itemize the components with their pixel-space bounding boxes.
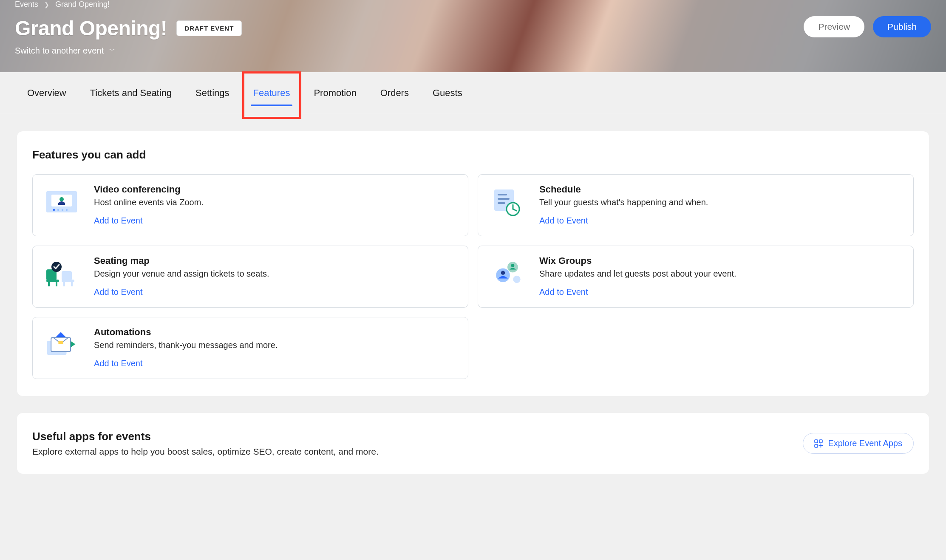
svg-rect-35: [819, 440, 822, 443]
tab-overview[interactable]: Overview: [25, 73, 68, 113]
useful-apps-title: Useful apps for events: [32, 430, 379, 443]
svg-point-23: [507, 262, 518, 272]
feature-desc: Send reminders, thank-you messages and m…: [94, 340, 457, 350]
add-to-event-link[interactable]: Add to Event: [539, 216, 588, 226]
switch-event-dropdown[interactable]: Switch to another event ﹀: [15, 46, 931, 56]
preview-button[interactable]: Preview: [804, 16, 864, 37]
apps-grid-icon: [814, 439, 823, 448]
feature-title: Schedule: [539, 184, 902, 195]
svg-marker-33: [71, 341, 75, 347]
features-panel-title: Features you can add: [32, 148, 914, 161]
status-badge-draft: DRAFT EVENT: [176, 20, 242, 36]
automations-icon: [44, 327, 80, 363]
features-panel: Features you can add: [17, 131, 929, 396]
svg-rect-20: [63, 282, 65, 286]
svg-point-5: [62, 209, 63, 211]
header: Events ❯ Grand Opening! Grand Opening! D…: [0, 0, 946, 72]
tab-tickets-seating[interactable]: Tickets and Seating: [88, 73, 173, 113]
svg-point-3: [53, 209, 55, 211]
useful-apps-panel: Useful apps for events Explore external …: [17, 413, 929, 474]
chevron-down-icon: ﹀: [109, 46, 116, 55]
wix-groups-icon: [489, 255, 526, 292]
schedule-icon: [489, 184, 526, 221]
feature-card-seating-map[interactable]: Seating map Design your venue and assign…: [32, 246, 468, 308]
feature-card-video-conferencing[interactable]: Video conferencing Host online events vi…: [32, 174, 468, 236]
chevron-right-icon: ❯: [44, 1, 49, 8]
svg-point-6: [66, 209, 68, 211]
feature-card-schedule[interactable]: Schedule Tell your guests what's happeni…: [478, 174, 914, 236]
add-to-event-link[interactable]: Add to Event: [94, 216, 143, 226]
svg-rect-32: [58, 341, 63, 344]
breadcrumb-root[interactable]: Events: [15, 0, 38, 9]
feature-card-automations[interactable]: Automations Send reminders, thank-you me…: [32, 317, 468, 379]
video-conferencing-icon: [44, 184, 80, 221]
add-to-event-link[interactable]: Add to Event: [94, 359, 143, 368]
svg-rect-10: [498, 202, 505, 204]
feature-desc: Tell your guests what's happening and wh…: [539, 198, 902, 207]
feature-desc: Share updates and let guests post about …: [539, 269, 902, 279]
svg-rect-16: [48, 282, 50, 286]
svg-rect-17: [56, 282, 57, 286]
tab-promotion[interactable]: Promotion: [312, 73, 358, 113]
feature-title: Video conferencing: [94, 184, 457, 195]
svg-rect-21: [71, 282, 73, 286]
feature-title: Seating map: [94, 255, 457, 266]
useful-apps-desc: Explore external apps to help you boost …: [32, 447, 379, 457]
svg-rect-18: [62, 271, 72, 280]
publish-button[interactable]: Publish: [873, 16, 931, 37]
svg-marker-30: [56, 332, 66, 337]
tab-settings[interactable]: Settings: [194, 73, 231, 113]
svg-rect-15: [46, 280, 59, 282]
tab-guests[interactable]: Guests: [431, 73, 464, 113]
svg-point-2: [59, 197, 64, 201]
feature-desc: Design your venue and assign tickets to …: [94, 269, 457, 279]
svg-point-25: [496, 269, 510, 282]
page-title: Grand Opening!: [15, 17, 167, 40]
explore-event-apps-label: Explore Event Apps: [828, 438, 902, 448]
breadcrumb[interactable]: Events ❯ Grand Opening!: [15, 0, 931, 9]
svg-rect-8: [498, 194, 507, 195]
feature-desc: Host online events via Zoom.: [94, 198, 457, 207]
svg-point-26: [501, 271, 505, 275]
tab-features[interactable]: Features: [252, 73, 292, 113]
svg-point-27: [513, 276, 520, 283]
feature-title: Automations: [94, 327, 457, 338]
svg-rect-34: [815, 440, 818, 443]
add-to-event-link[interactable]: Add to Event: [539, 287, 588, 297]
switch-event-label: Switch to another event: [15, 46, 104, 56]
svg-point-24: [511, 264, 515, 267]
svg-rect-36: [815, 444, 818, 447]
feature-card-wix-groups[interactable]: Wix Groups Share updates and let guests …: [478, 246, 914, 308]
explore-event-apps-button[interactable]: Explore Event Apps: [803, 433, 914, 454]
svg-point-4: [57, 209, 59, 211]
svg-rect-9: [498, 198, 510, 200]
seating-map-icon: [44, 255, 80, 292]
tab-orders[interactable]: Orders: [379, 73, 411, 113]
tabs-bar: Overview Tickets and Seating Settings Fe…: [0, 72, 946, 114]
svg-rect-19: [62, 280, 74, 282]
breadcrumb-current: Grand Opening!: [55, 0, 110, 9]
feature-title: Wix Groups: [539, 255, 902, 266]
add-to-event-link[interactable]: Add to Event: [94, 287, 143, 297]
